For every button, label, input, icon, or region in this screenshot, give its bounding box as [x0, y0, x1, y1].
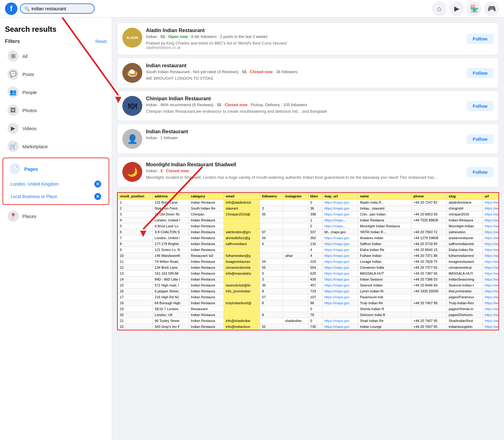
- table-cell: Indian Restaura: [189, 259, 224, 265]
- table-cell: [224, 217, 260, 223]
- table-cell: 161-163 DRUM: [153, 271, 189, 277]
- filter-location: London, United Kingdom ✕: [6, 178, 106, 190]
- table-cell: 537: [308, 229, 323, 235]
- follow-button-moonlight[interactable]: Follow: [467, 167, 494, 177]
- table-cell: https://maps.goc: [323, 265, 358, 271]
- table-cell: Indian Restaura: [189, 300, 224, 306]
- result-card-aladin: ALADIN Aladin Indian Restaurant Indian ·…: [117, 22, 499, 55]
- filter-type: Local Business or Place ✕: [6, 191, 106, 202]
- top-nav: f 🔍 ⌂ ▶ 🏪 🎮: [0, 0, 504, 17]
- result-info-moonlight: Moonlight Indian Restaurant Shadwell Ind…: [146, 162, 463, 180]
- table-cell: [412, 294, 447, 300]
- sidebar-item-label-people: People: [22, 90, 37, 95]
- table-cell: 121 Green Ln, N: [153, 247, 189, 253]
- gaming-icon[interactable]: 🎮: [484, 1, 499, 16]
- result-info-indian-generic: Indian Restaurant Indian · 1 follower: [146, 129, 463, 142]
- video-icon[interactable]: ▶: [449, 1, 464, 16]
- table-cell: +44 20 7693 72: [412, 229, 447, 235]
- table-cell: [283, 265, 308, 271]
- table-cell: [283, 271, 308, 277]
- sidebar-item-people[interactable]: 👥 People: [2, 83, 109, 101]
- filter-location-remove[interactable]: ✕: [94, 181, 101, 187]
- table-cell: [283, 259, 308, 265]
- table-cell: https://maps.goc: [323, 206, 358, 211]
- table-cell: https://www.face: [483, 265, 499, 271]
- table-cell: pages/Shimla-In: [447, 306, 483, 312]
- table-cell: https://www.face: [483, 312, 499, 318]
- table-cell: +44 20 8853 58: [412, 211, 447, 217]
- filters-row: Filters Reset: [0, 37, 112, 47]
- sidebar-item-places[interactable]: 📍 Places: [2, 207, 109, 225]
- col-url: url: [483, 193, 499, 200]
- table-cell: cinnamonetical: [447, 265, 483, 271]
- table-cell: Indian Restaura: [189, 294, 224, 300]
- table-cell: 4: [118, 217, 153, 223]
- col-result-position: result_position: [118, 193, 153, 200]
- table-cell: https://maps.goc: [323, 253, 358, 259]
- table-cell: 3-9 CHALTON S: [153, 229, 189, 235]
- result-card-chinipan: 🍽 Chinipan Indian Restaurant Indian · 96…: [117, 91, 499, 121]
- table-cell: [260, 253, 283, 259]
- table-row: 15672 High road, IIndian Restaurasearock…: [118, 282, 499, 288]
- store-icon[interactable]: 🏪: [467, 1, 482, 16]
- result-info-aladin: Aladin Indian Restaurant Indian · $$ · O…: [146, 28, 463, 50]
- table-cell: [283, 229, 308, 235]
- follow-button-indian-restaurant[interactable]: Follow: [467, 68, 494, 78]
- col-slug: slug: [447, 193, 483, 200]
- table-cell: Indian Restaura: [189, 277, 224, 282]
- table-row: 19SE16 7 London,Restaurant0Shimla Indian…: [118, 306, 499, 312]
- table-cell: Elaha Indian Re: [358, 247, 412, 253]
- filter-type-remove[interactable]: ✕: [94, 193, 101, 200]
- pages-icon: 📄: [9, 163, 21, 174]
- sidebar-item-videos[interactable]: ▶ Videos: [2, 120, 109, 137]
- table-cell: [260, 217, 283, 223]
- table-cell: [283, 206, 308, 211]
- result-name-chinipan: Chinipan Indian Restaurant: [146, 96, 463, 102]
- table-cell: https://maps.goc: [323, 241, 358, 247]
- table-row: 7London, United IIndian Restauraahmedtof…: [118, 235, 499, 241]
- table-cell: https://www.face: [483, 271, 499, 277]
- search-box[interactable]: 🔍: [20, 3, 95, 14]
- table-cell: +44 1279 59808: [412, 235, 447, 241]
- result-avatar-chinipan: 🍽: [122, 96, 142, 116]
- table-cell: https://maps.goc: [323, 288, 358, 294]
- follow-button-chinipan[interactable]: Follow: [467, 101, 494, 111]
- reset-link[interactable]: Reset: [95, 39, 107, 44]
- sidebar-item-posts[interactable]: 💬 Posts: [2, 65, 109, 83]
- table-cell: MASSALA-HUT-: [447, 271, 483, 277]
- table-cell: Indian Lounge: [358, 324, 412, 330]
- filter-type-label[interactable]: Local Business or Place: [11, 194, 57, 199]
- table-cell: bh...maps.goc: [323, 229, 358, 235]
- table-cell: saffronindians: [224, 241, 260, 247]
- follow-button-aladin[interactable]: Follow: [467, 34, 494, 44]
- table-cell: Fulham Indian: [358, 253, 412, 259]
- table-cell: South Indian Re: [189, 206, 224, 211]
- table-cell: +44 1925 55505: [412, 288, 447, 294]
- table-cell: 17: [118, 294, 153, 300]
- table-cell: 10: [118, 253, 153, 259]
- search-input[interactable]: [31, 6, 90, 11]
- sidebar-item-all[interactable]: ⊞ All: [2, 47, 109, 65]
- follow-button-indian-generic[interactable]: Follow: [467, 134, 494, 144]
- table-cell: [224, 247, 260, 253]
- sidebar-item-marketplace[interactable]: 🛒 Marketplace: [2, 138, 109, 155]
- table-cell: 0: [260, 271, 283, 277]
- result-desc-aladin: Praised by King Charles and listed on BB…: [146, 41, 463, 45]
- home-icon[interactable]: ⌂: [432, 1, 447, 16]
- table-cell: Cinnamon India: [358, 265, 412, 271]
- table-cell: +44 20 7407 95: [412, 318, 447, 324]
- result-meta-chinipan: Indian · 96% recommend (9 Reviews) · $$ …: [146, 102, 463, 108]
- table-cell: 21: [118, 318, 153, 324]
- table-cell: +44 20 7837 05: [412, 324, 447, 330]
- sidebar-item-pages[interactable]: 📄 Pages: [4, 160, 107, 177]
- table-cell: Chinipan: [189, 211, 224, 217]
- table-row: 315 Old Dover RcChinipanChinipan2016@053…: [118, 211, 499, 217]
- table-cell: info@massalahu: [224, 271, 260, 277]
- filter-location-label[interactable]: London, United Kingdom: [11, 182, 59, 187]
- table-cell: 229: [308, 259, 323, 265]
- table-cell: 14: [118, 277, 153, 282]
- table-cell: Searock Indian: [358, 282, 412, 288]
- table-cell: Shad Indian Re: [358, 318, 412, 324]
- table-cell: 6: [118, 229, 153, 235]
- sidebar-item-photos[interactable]: 🖼 Photos: [2, 102, 109, 119]
